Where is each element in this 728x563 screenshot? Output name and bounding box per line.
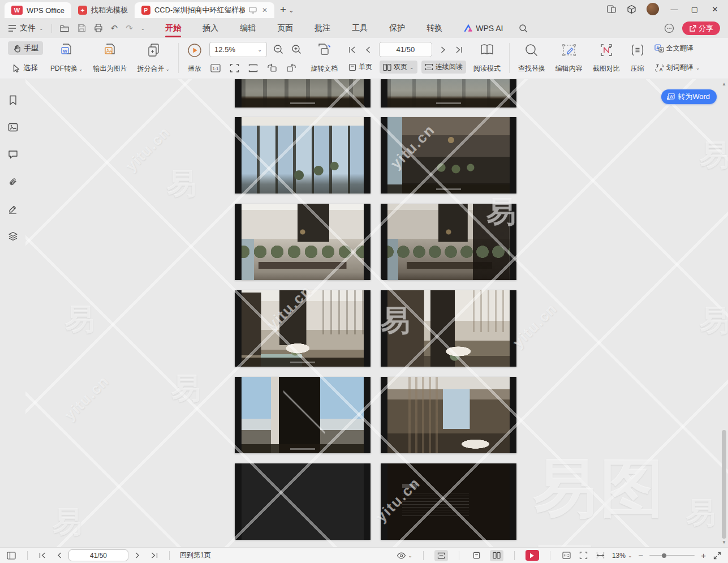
close-tab-icon[interactable]: ✕ [262,6,268,14]
double-page-view-toggle[interactable] [490,550,503,561]
workspace-cube-icon[interactable] [627,5,636,14]
comments-panel-icon[interactable] [6,147,20,162]
undo-icon[interactable]: ↶ [111,23,118,33]
tab-comment[interactable]: 批注 [313,20,331,37]
first-page-button[interactable] [38,551,47,560]
mobile-devices-icon[interactable] [607,5,617,14]
find-replace-button[interactable]: 查找替换 [515,41,548,75]
pdf-page-image[interactable] [235,79,371,108]
wps-ai-menu[interactable]: WPS AI [464,24,503,33]
play-slideshow-button[interactable] [525,550,539,561]
export-as-image-button[interactable]: 输出为图片 [91,41,130,75]
rotate-left-button[interactable] [266,62,278,74]
bookmarks-panel-icon[interactable] [6,93,20,108]
zoom-level-select[interactable]: 13% ⌄ [612,552,632,560]
tab-insert[interactable]: 插入 [201,20,219,37]
tab-list-caret-icon[interactable]: ⌄ [288,7,294,14]
maximize-button[interactable]: ▢ [690,5,700,14]
fit-width-button[interactable] [247,63,259,74]
settings-dots-icon[interactable] [664,23,674,33]
full-text-translate-button[interactable]: A 全文翻译 [652,42,703,54]
pdf-page-image[interactable] [235,117,371,194]
tab-wps-home[interactable]: W WPS Office [5,2,71,18]
zoom-level-select[interactable]: 12.5% ⌄ [209,42,267,57]
file-menu[interactable]: 文件 ⌄ [20,23,44,33]
view-options-button[interactable]: ⌄ [397,552,412,559]
signature-panel-icon[interactable] [6,201,20,216]
hamburger-menu-icon[interactable] [8,25,16,32]
zoom-in-button[interactable]: + [701,551,706,560]
vertical-scrollbar[interactable]: ▲ ▼ [721,79,727,547]
rotate-document-button[interactable]: 旋转文档 [308,41,341,75]
zoom-slider[interactable] [649,555,695,556]
tab-page[interactable]: 页面 [276,20,294,37]
layers-panel-icon[interactable] [6,229,20,243]
tab-edit[interactable]: 编辑 [239,20,257,37]
next-page-button[interactable] [440,45,447,54]
tab-tools[interactable]: 工具 [351,20,369,37]
tab-convert[interactable]: 转换 [425,20,443,37]
page-number-input[interactable]: 41/50 [379,42,432,57]
prev-page-button[interactable] [56,551,63,560]
enter-pc-mode-icon[interactable] [249,7,257,14]
rotate-right-button[interactable] [285,62,298,74]
convert-to-word-button[interactable]: W 转为Word [661,89,717,104]
split-merge-button[interactable]: 拆分合并⌄ [135,41,173,75]
tab-docer[interactable]: ✦ 找稻壳模板 [71,2,135,18]
pdf-page-image[interactable] [235,204,371,280]
pdf-page-image[interactable] [381,290,516,367]
compress-button[interactable]: 压缩 [627,41,648,75]
pdf-page-image[interactable] [381,117,516,194]
user-avatar[interactable] [647,3,659,15]
page-number-input[interactable]: 41/50 [68,549,128,561]
pdf-page-image[interactable] [381,377,516,453]
save-icon[interactable] [77,24,86,32]
scrollbar-thumb[interactable] [722,430,726,539]
open-file-icon[interactable] [60,24,70,32]
hand-tool-button[interactable]: 手型 [8,41,43,55]
scroll-up-icon[interactable]: ▲ [722,81,726,87]
fit-width-button[interactable] [595,551,606,560]
tab-protect[interactable]: 保护 [388,20,406,37]
fit-page-button[interactable] [229,63,240,74]
pdf-page-image[interactable] [235,377,371,453]
screenshot-compare-button[interactable]: 截图对比 [590,41,623,75]
prev-page-button[interactable] [364,45,372,54]
tab-document-active[interactable]: P CCD-深圳招商中环红玺样板间 ✕ [135,2,274,18]
continuous-read-toggle[interactable] [434,550,448,561]
document-canvas[interactable]: 易 易 易 易 易 易 易 易 易 yitu.cn yitu.cn yitu.c… [25,79,728,547]
pdf-page-image[interactable] [381,204,516,280]
zoom-out-button[interactable] [272,43,285,56]
fit-page-button[interactable] [578,551,589,560]
pdf-convert-button[interactable]: W PDF转换⌄ [48,41,86,75]
zoom-out-button[interactable]: − [638,551,643,560]
minimize-button[interactable]: — [669,5,679,14]
last-page-button[interactable] [454,45,464,54]
next-page-button[interactable] [134,551,141,560]
continuous-read-button[interactable]: 连续阅读 [421,61,466,74]
double-page-view-button[interactable]: 双页 ⌄ [380,61,417,74]
print-icon[interactable] [94,24,103,32]
redo-icon[interactable]: ↷ [126,23,133,33]
new-tab-button[interactable]: + [280,3,286,16]
last-page-button[interactable] [150,551,159,560]
read-mode-button[interactable]: 阅读模式 [471,41,503,75]
edit-content-button[interactable]: 编辑内容 [553,41,585,75]
pdf-page-image[interactable] [235,463,371,540]
fullscreen-button[interactable] [712,551,722,561]
toggle-sidebar-button[interactable] [6,551,17,561]
chevron-down-icon[interactable]: ⌄ [410,65,414,70]
actual-size-button[interactable] [561,551,572,560]
actual-size-button[interactable]: 1:1 [209,63,222,74]
pdf-page-image[interactable] [381,463,516,540]
zoom-slider-knob[interactable] [662,553,666,558]
undo-history-caret-icon[interactable]: ⌄ [141,25,145,31]
select-tool-button[interactable]: 选择 [8,61,43,75]
pdf-page-image[interactable] [381,79,516,108]
close-window-button[interactable]: ✕ [710,5,720,14]
single-page-view-button[interactable]: 单页 [345,61,376,74]
back-to-first-page-link[interactable]: 回到第1页 [180,551,211,560]
zoom-in-button[interactable] [290,43,303,56]
pdf-page-image[interactable] [235,290,371,367]
first-page-button[interactable] [347,45,357,54]
